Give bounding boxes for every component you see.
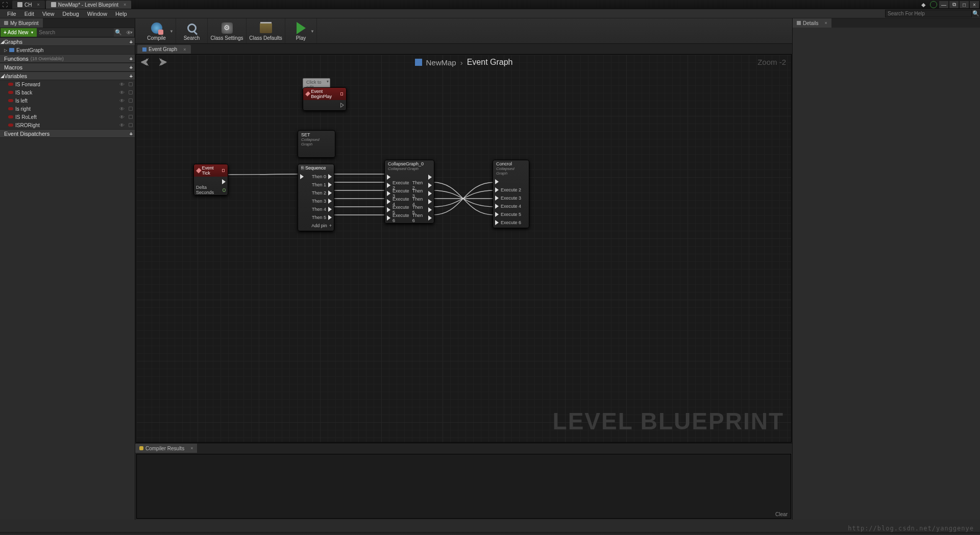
exec-in-pin[interactable]	[495, 212, 499, 217]
variable-row[interactable]: Is right👁	[0, 105, 135, 113]
variable-row[interactable]: IS RoLeft👁	[0, 113, 135, 121]
blueprint-search-input[interactable]	[37, 28, 114, 37]
editable-icon[interactable]	[129, 107, 133, 111]
maximize-button[interactable]: □	[960, 1, 969, 8]
add-icon[interactable]: +	[130, 56, 133, 62]
variable-row[interactable]: Is left👁	[0, 96, 135, 105]
exec-out-pin[interactable]	[328, 215, 332, 220]
class-settings-button[interactable]: Class Settings	[208, 18, 247, 43]
search-icon[interactable]: 🔍	[972, 10, 980, 17]
exec-out-pin[interactable]	[340, 103, 344, 108]
exec-out-pin[interactable]	[222, 179, 226, 184]
close-icon[interactable]: ×	[124, 2, 126, 7]
exec-in-pin[interactable]	[300, 174, 304, 179]
node-set-collapsed[interactable]: SETCollapsed Graph	[298, 130, 335, 158]
editable-icon[interactable]	[129, 123, 133, 127]
add-icon[interactable]: +	[130, 39, 133, 45]
node-control[interactable]: ConcrolCollapsed Graph Execute 2 Execute…	[493, 160, 529, 228]
tab-my-blueprint[interactable]: My Blueprint	[0, 18, 43, 28]
menu-window[interactable]: Window	[83, 11, 111, 17]
clear-button[interactable]: Clear	[775, 512, 788, 517]
editable-icon[interactable]	[129, 99, 133, 103]
exec-in-pin[interactable]	[387, 207, 390, 212]
node-collapsegraph[interactable]: CollapseGraph_0Collapsed Graph Execute 2…	[384, 160, 434, 224]
add-pin-label[interactable]: Add pin	[311, 223, 327, 228]
add-icon[interactable]: +	[130, 131, 133, 137]
exec-out-pin[interactable]	[328, 190, 332, 196]
close-icon[interactable]: ×	[825, 20, 827, 26]
class-defaults-button[interactable]: Class Defaults	[247, 18, 285, 43]
exec-in-pin[interactable]	[387, 199, 390, 204]
tree-item-eventgraph[interactable]: ▷ EventGraph	[0, 46, 135, 54]
window-tab-ch[interactable]: CH ×	[12, 1, 45, 9]
collapse-icon[interactable]: ◢	[1, 39, 4, 44]
add-icon[interactable]: +	[130, 73, 133, 79]
section-macros[interactable]: Macros +	[0, 63, 135, 71]
section-dispatchers[interactable]: Event Dispatchers +	[0, 129, 135, 138]
comment-bubble-icon[interactable]: ▾	[327, 79, 329, 84]
minimize-button[interactable]: —	[939, 1, 948, 8]
graph-canvas[interactable]: ⮜ ⮞ NewMap › Event Graph Zoom -2 LEVEL B…	[136, 54, 792, 443]
editable-icon[interactable]	[129, 115, 133, 119]
chevron-down-icon[interactable]: ▼	[310, 29, 314, 33]
section-graphs[interactable]: ◢ Graphs +	[0, 37, 135, 46]
exec-out-pin[interactable]	[428, 215, 432, 221]
exec-in-pin[interactable]	[387, 191, 390, 196]
expand-icon[interactable]: ▷	[4, 48, 7, 53]
chevron-down-icon[interactable]: ▼	[169, 29, 174, 33]
exec-out-pin[interactable]	[328, 182, 332, 187]
menu-debug[interactable]: Debug	[58, 11, 83, 17]
exec-out-pin[interactable]	[328, 207, 332, 212]
editable-icon[interactable]	[129, 90, 133, 94]
breadcrumb-graph[interactable]: Event Graph	[467, 58, 513, 67]
exec-in-pin[interactable]	[387, 215, 390, 221]
window-tab-blueprint[interactable]: NewMap* - Level Blueprint ×	[46, 1, 132, 9]
menu-view[interactable]: View	[38, 11, 59, 17]
variable-row[interactable]: IS back👁	[0, 88, 135, 96]
variable-row[interactable]: ISRORight👁	[0, 121, 135, 129]
node-event-beginplay[interactable]: Event BeginPlay	[303, 87, 347, 111]
tab-compiler-results[interactable]: Compiler Results ×	[135, 444, 197, 453]
exec-out-pin[interactable]	[428, 183, 432, 188]
visibility-icon[interactable]: 👁	[119, 82, 125, 87]
tab-event-graph[interactable]: Event Graph ×	[137, 45, 191, 54]
exec-in-pin[interactable]	[495, 204, 499, 209]
add-icon[interactable]: +	[130, 64, 133, 70]
exec-out-pin[interactable]	[428, 207, 432, 212]
play-button[interactable]: Play ▼	[285, 18, 317, 43]
exec-in-pin[interactable]	[387, 183, 390, 188]
search-icon[interactable]: 🔍	[114, 28, 123, 37]
section-variables[interactable]: ◢ Variables +	[0, 71, 135, 80]
exec-out-pin[interactable]	[328, 199, 332, 204]
source-control-icon[interactable]: ◆	[919, 1, 928, 8]
nav-back-button[interactable]: ⮜	[140, 58, 152, 67]
menu-edit[interactable]: Edit	[20, 11, 38, 17]
exec-in-pin[interactable]	[495, 196, 499, 201]
exec-out-pin[interactable]	[428, 191, 432, 196]
compile-button[interactable]: Compile ▼	[137, 18, 176, 43]
close-button[interactable]: ×	[970, 1, 979, 8]
breadcrumb-map[interactable]: NewMap	[426, 58, 456, 67]
visibility-icon[interactable]: 👁	[119, 106, 125, 112]
close-icon[interactable]: ×	[190, 446, 193, 451]
menu-file[interactable]: File	[3, 11, 20, 17]
exec-in-pin[interactable]	[495, 187, 499, 192]
visibility-icon[interactable]: 👁	[119, 90, 125, 95]
node-event-tick[interactable]: Event Tick Delta Seconds	[193, 164, 228, 196]
exec-out-pin[interactable]	[328, 174, 332, 179]
visibility-icon[interactable]: 👁	[119, 123, 125, 128]
section-functions[interactable]: Functions (18 Overridable) +	[0, 54, 135, 63]
exec-out-pin[interactable]	[428, 175, 432, 180]
exec-out-pin[interactable]	[428, 199, 432, 204]
nav-forward-button[interactable]: ⮞	[159, 58, 170, 67]
add-new-button[interactable]: + Add New ▼	[1, 28, 37, 37]
visibility-icon[interactable]: 👁	[119, 98, 125, 104]
value-out-pin[interactable]	[223, 188, 226, 192]
menu-help[interactable]: Help	[111, 11, 131, 17]
exec-in-pin[interactable]	[495, 220, 499, 225]
exec-in-pin[interactable]	[495, 179, 499, 184]
close-icon[interactable]: ×	[183, 47, 186, 52]
node-sequence[interactable]: ⎘Sequence Then 0 Then 1 Then 2 Then 3 Th…	[298, 164, 334, 231]
visibility-icon[interactable]: 👁	[119, 114, 125, 120]
tab-details[interactable]: Details ×	[793, 18, 831, 28]
